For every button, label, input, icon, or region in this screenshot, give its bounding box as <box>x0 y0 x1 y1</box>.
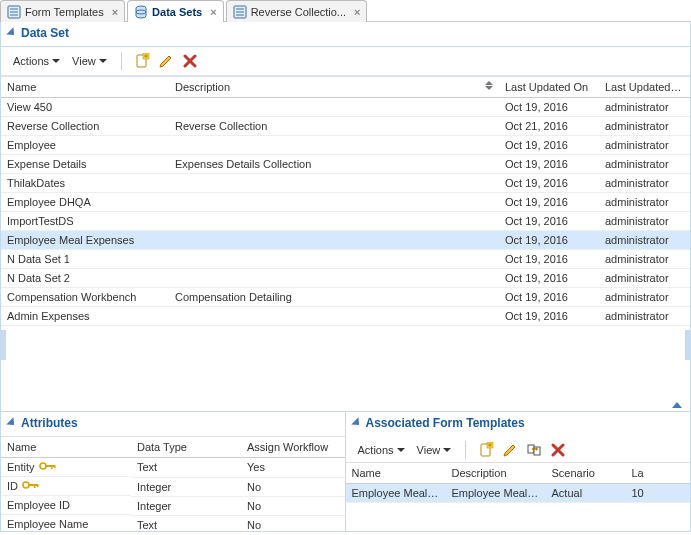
assoc-deploy-button[interactable] <box>524 440 544 460</box>
table-row[interactable]: Employee NameTextNo <box>1 515 345 531</box>
table-row[interactable]: Reverse CollectionReverse CollectionOct … <box>1 117 690 136</box>
cell-last_updated_on: Oct 21, 2016 <box>499 117 599 136</box>
cell-last_updated_on: Oct 19, 2016 <box>499 193 599 212</box>
tab-2[interactable]: Reverse Collectio...× <box>226 0 368 22</box>
disclosure-icon[interactable] <box>6 27 17 38</box>
table-row[interactable]: Employee DHQAOct 19, 2016administrator <box>1 193 690 212</box>
database-icon <box>134 5 148 19</box>
close-icon[interactable]: × <box>354 6 360 18</box>
col-last-updated-on[interactable]: Last Updated On <box>499 77 599 98</box>
disclosure-icon[interactable] <box>351 417 362 428</box>
svg-rect-19 <box>54 465 56 468</box>
right-collapse-handle[interactable] <box>685 330 691 360</box>
svg-rect-22 <box>34 484 36 488</box>
cell-name: ImportTestDS <box>1 212 169 231</box>
chevron-down-icon <box>397 448 405 452</box>
col-name[interactable]: Name <box>1 77 169 98</box>
deploy-icon <box>526 442 542 458</box>
table-row[interactable]: IDIntegerNo <box>1 477 345 496</box>
expand-up-icon[interactable] <box>672 402 682 408</box>
svg-rect-18 <box>51 465 53 469</box>
attributes-panel: Attributes Name Data Type Assign Workflo… <box>1 412 346 531</box>
cell-assign-workflow: No <box>241 496 345 515</box>
cell-description <box>169 212 499 231</box>
cell-name: Employee <box>1 136 169 155</box>
assoc-delete-button[interactable] <box>548 440 568 460</box>
table-row[interactable]: EntityTextYes <box>1 458 345 478</box>
cell-name: ID <box>1 477 131 496</box>
table-row[interactable]: Employee IDIntegerNo <box>1 496 345 515</box>
tab-1[interactable]: Data Sets× <box>127 0 224 22</box>
table-row[interactable]: Employee Meal ExpenEmployee Meal ExpenAc… <box>346 484 691 503</box>
tab-0[interactable]: Form Templates× <box>0 0 125 22</box>
chevron-down-icon <box>443 448 451 452</box>
pencil-icon <box>158 53 174 69</box>
workarea: Data Set Actions View <box>0 22 691 532</box>
close-icon[interactable]: × <box>112 6 118 18</box>
cell-name: View 450 <box>1 98 169 117</box>
svg-rect-17 <box>46 465 55 467</box>
table-row[interactable]: Admin ExpensesOct 19, 2016administrator <box>1 307 690 326</box>
key-icon <box>22 480 40 492</box>
assoc-view-menu[interactable]: View <box>413 442 456 458</box>
data-set-panel-header: Data Set <box>1 22 690 47</box>
cell-last_updated_on: Oct 19, 2016 <box>499 98 599 117</box>
table-row[interactable]: View 450Oct 19, 2016administrator <box>1 98 690 117</box>
cell-last_updated_on: Oct 19, 2016 <box>499 155 599 174</box>
col-last-updated-by[interactable]: Last Updated By <box>599 77 690 98</box>
cell-last_updated_on: Oct 19, 2016 <box>499 231 599 250</box>
view-menu[interactable]: View <box>68 53 111 69</box>
assoc-actions-menu[interactable]: Actions <box>354 442 409 458</box>
cell-name: Compensation Workbench <box>1 288 169 307</box>
table-row[interactable]: N Data Set 1Oct 19, 2016administrator <box>1 250 690 269</box>
cell-description <box>169 231 499 250</box>
cell-last_updated_on: Oct 19, 2016 <box>499 212 599 231</box>
pencil-icon <box>502 442 518 458</box>
table-row[interactable]: Compensation WorkbenchCompensation Detai… <box>1 288 690 307</box>
attr-col-data-type[interactable]: Data Type <box>131 437 241 458</box>
new-button[interactable] <box>132 51 152 71</box>
cell-name: Employee Name <box>1 515 131 531</box>
table-row[interactable]: Expense DetailsExpenses Details Collecti… <box>1 155 690 174</box>
col-description[interactable]: Description <box>169 77 499 98</box>
edit-button[interactable] <box>156 51 176 71</box>
delete-x-icon <box>551 443 565 457</box>
attr-col-name[interactable]: Name <box>1 437 131 458</box>
attr-col-assign-workflow[interactable]: Assign Workflow <box>241 437 345 458</box>
delete-button[interactable] <box>180 51 200 71</box>
assoc-col-scenario[interactable]: Scenario <box>546 463 626 484</box>
data-set-toolbar: Actions View <box>1 47 690 76</box>
table-row[interactable]: ImportTestDSOct 19, 2016administrator <box>1 212 690 231</box>
left-collapse-handle[interactable] <box>0 330 6 360</box>
cell-name: Employee ID <box>1 496 131 515</box>
cell-last_updated_on: Oct 19, 2016 <box>499 136 599 155</box>
table-row[interactable]: ThilakDatesOct 19, 2016administrator <box>1 174 690 193</box>
table-row[interactable]: EmployeeOct 19, 2016administrator <box>1 136 690 155</box>
cell-description: Reverse Collection <box>169 117 499 136</box>
actions-menu[interactable]: Actions <box>9 53 64 69</box>
cell-last_updated_by: administrator <box>599 193 690 212</box>
cell-last_updated_by: administrator <box>599 307 690 326</box>
assoc-edit-button[interactable] <box>500 440 520 460</box>
disclosure-icon[interactable] <box>6 417 17 428</box>
cell-last_updated_on: Oct 19, 2016 <box>499 269 599 288</box>
assoc-col-last[interactable]: La <box>626 463 691 484</box>
cell-last_updated_by: administrator <box>599 250 690 269</box>
sort-icon[interactable] <box>485 81 493 90</box>
assoc-new-button[interactable] <box>476 440 496 460</box>
cell-assign-workflow: No <box>241 477 345 496</box>
table-row[interactable]: N Data Set 2Oct 19, 2016administrator <box>1 269 690 288</box>
cell-last_updated_by: administrator <box>599 117 690 136</box>
assoc-col-description[interactable]: Description <box>446 463 546 484</box>
table-row[interactable]: Employee Meal ExpensesOct 19, 2016admini… <box>1 231 690 250</box>
close-icon[interactable]: × <box>210 6 216 18</box>
assoc-panel-header: Associated Form Templates <box>346 412 691 436</box>
cell-description <box>169 174 499 193</box>
assoc-col-name[interactable]: Name <box>346 463 446 484</box>
cell-name: Employee Meal Expenses <box>1 231 169 250</box>
tab-label: Form Templates <box>25 6 104 18</box>
cell-name: N Data Set 2 <box>1 269 169 288</box>
cell-description <box>169 98 499 117</box>
cell-last_updated_by: administrator <box>599 174 690 193</box>
cell-last_updated_by: administrator <box>599 98 690 117</box>
